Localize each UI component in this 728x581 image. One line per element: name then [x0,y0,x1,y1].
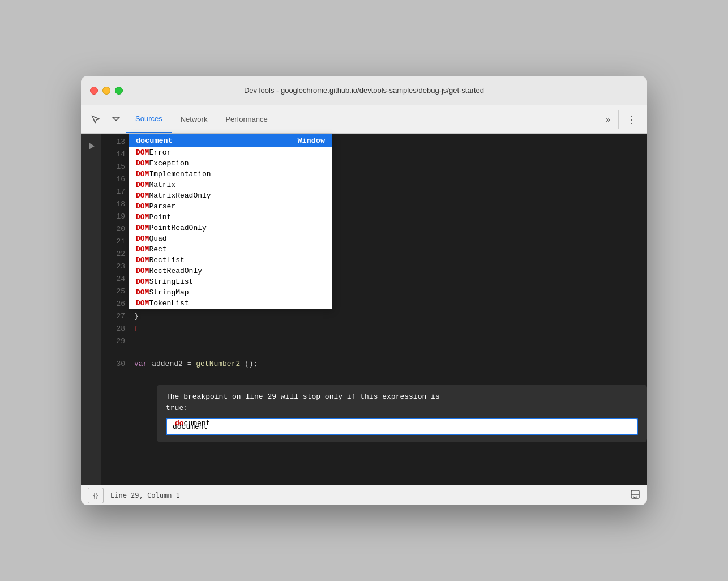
autocomplete-item-3[interactable]: DOMMatrix [129,180,332,190]
autocomplete-item-10[interactable]: DOMRectList [129,255,332,266]
code-line-27: } [130,310,647,323]
console-button[interactable] [106,105,126,133]
code-line-28: f [130,323,647,335]
resume-button[interactable] [83,138,99,154]
tab-network[interactable]: Network [172,105,217,133]
code-line-29 [130,335,647,348]
title-bar: DevTools - googlechrome.github.io/devtoo… [81,76,647,105]
toolbar: Sources Network Performance » ⋮ [81,105,647,134]
code-line-30: var addend2 = getNumber2 (); [130,358,647,370]
console-drawer-button[interactable] [630,489,640,501]
maximize-button[interactable] [115,87,123,95]
pretty-print-button[interactable]: {} [88,488,104,503]
more-tabs-button[interactable]: » [600,105,616,133]
autocomplete-dropdown[interactable]: document Window DOMError DOMException DO… [129,134,332,309]
traffic-lights [90,87,123,95]
devtools-window: DevTools - googlechrome.github.io/devtoo… [81,76,647,505]
autocomplete-item-0[interactable]: DOMError [129,147,332,158]
svg-marker-1 [89,143,95,149]
breakpoint-tooltip-text1: The breakpoint on line 29 will stop only… [166,391,638,403]
breakpoint-condition-input[interactable] [166,418,638,435]
inspect-element-button[interactable] [85,105,106,133]
toolbar-spacer [277,105,600,133]
code-editor: document Window DOMError DOMException DO… [101,134,647,485]
window-title: DevTools - googlechrome.github.io/devtoo… [244,86,484,95]
svg-rect-2 [631,490,639,498]
autocomplete-item-5[interactable]: DOMParser [129,201,332,212]
line-numbers: 13 14 15 16 17 18 19 20 21 22 23 24 25 2… [101,134,130,485]
autocomplete-item-13[interactable]: DOMStringMap [129,287,332,298]
breakpoint-tooltip: The breakpoint on line 29 will stop only… [157,385,647,442]
minimize-button[interactable] [102,87,110,95]
autocomplete-selected-type: Window [297,136,325,145]
toolbar-divider [618,110,619,129]
status-bar: {} Line 29, Column 1 [81,485,647,505]
sidebar-icons [81,134,101,485]
code-editor-row: document Window DOMError DOMException DO… [81,134,647,485]
autocomplete-item-11[interactable]: DOMRectReadOnly [129,266,332,276]
devtools-menu-button[interactable]: ⋮ [621,105,643,133]
autocomplete-item-9[interactable]: DOMRect [129,244,332,255]
autocomplete-item-2[interactable]: DOMImplementation [129,169,332,180]
svg-marker-0 [113,117,119,121]
autocomplete-item-4[interactable]: DOMMatrixReadOnly [129,190,332,201]
autocomplete-item-8[interactable]: DOMQuad [129,233,332,244]
autocomplete-selected-text: document [136,136,173,145]
autocomplete-item-1[interactable]: DOMException [129,158,332,169]
autocomplete-item-14[interactable]: DOMTokenList [129,298,332,309]
autocomplete-item-7[interactable]: DOMPointReadOnly [129,223,332,233]
status-left: {} Line 29, Column 1 [88,488,180,503]
close-button[interactable] [90,87,98,95]
tab-performance[interactable]: Performance [216,105,276,133]
breakpoint-tooltip-text2: true: [166,403,638,414]
autocomplete-selected-item: document Window [129,134,332,147]
autocomplete-list: DOMError DOMException DOMImplementation … [129,147,332,309]
autocomplete-item-12[interactable]: DOMStringList [129,276,332,287]
tab-sources[interactable]: Sources [126,105,172,133]
cursor-position: Line 29, Column 1 [110,492,180,499]
autocomplete-item-6[interactable]: DOMPoint [129,212,332,223]
